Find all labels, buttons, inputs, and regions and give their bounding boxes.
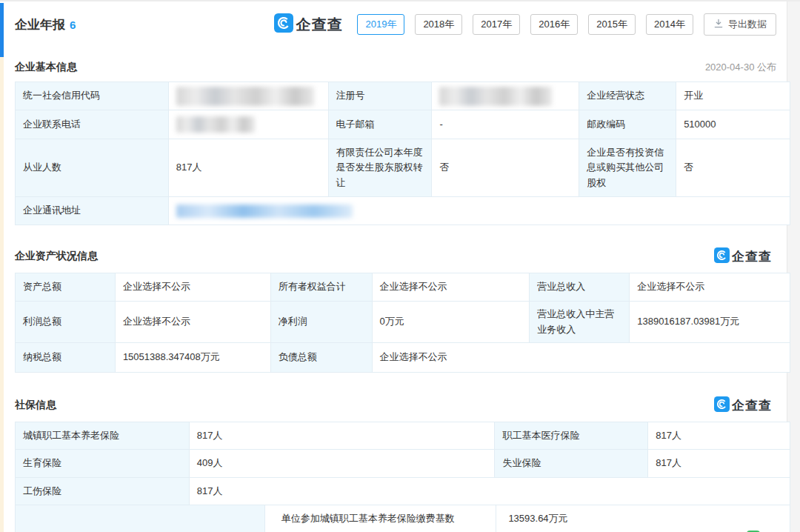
qichacha-watermark: 企查查: [714, 247, 772, 266]
basic-info-section-header: 企业基本信息 2020-04-30 公布: [11, 59, 787, 76]
cell-label: 职工基本医疗保险: [495, 422, 648, 450]
cell-value-redacted: [169, 197, 790, 225]
cell-value: 否: [432, 139, 579, 197]
qichacha-logo-label: 企查查: [732, 397, 772, 414]
cell-value: 510000: [676, 110, 790, 139]
cell-value: 409人: [190, 450, 496, 478]
cell-value: 817人: [169, 139, 329, 197]
cell-label: 企业是否有投资信息或购买其他公司股权: [579, 139, 676, 197]
cell-value: 企业选择不公示: [373, 273, 530, 302]
qichacha-watermark: 企查查: [714, 396, 772, 415]
cell-label: 企业联系电话: [16, 110, 169, 139]
cell-value: 817人: [648, 450, 790, 478]
cell-value: 1389016187.03981万元: [630, 302, 790, 343]
redacted-value: [439, 87, 552, 106]
cell-label: 利润总额: [16, 302, 116, 343]
table-row: 企业通讯地址: [16, 197, 790, 225]
table-row: 企业联系电话 电子邮箱 - 邮政编码 510000: [16, 110, 790, 139]
cell-label: 所有者权益合计: [271, 273, 373, 302]
social-section-header: 社保信息 企查查: [11, 396, 787, 414]
cell-value: 13593.64万元: [496, 505, 790, 532]
cell-label: 营业总收入: [530, 273, 630, 302]
assets-title: 企业资产状况信息: [15, 250, 98, 263]
year-tab-2018[interactable]: 2018年: [415, 14, 462, 35]
table-row: 资产总额 企业选择不公示 所有者权益合计 企业选择不公示 营业总收入 企业选择不…: [16, 273, 790, 302]
cell-label: 工伤保险: [16, 478, 190, 505]
redacted-value: [176, 87, 314, 106]
cell-value-redacted: [432, 82, 579, 110]
cell-label: 从业人数: [16, 139, 169, 197]
assets-table: 资产总额 企业选择不公示 所有者权益合计 企业选择不公示 营业总收入 企业选择不…: [15, 273, 790, 373]
cell-label: 电子邮箱: [329, 110, 433, 139]
qichacha-logo-icon: [274, 13, 293, 36]
cell-value: 817人: [190, 422, 496, 450]
table-row: 城镇职工基本养老保险 817人 职工基本医疗保险 817人: [16, 422, 790, 450]
year-tab-2016[interactable]: 2016年: [530, 14, 578, 35]
qichacha-logo-label: 企查查: [732, 248, 772, 265]
basic-info-title: 企业基本信息: [15, 61, 77, 74]
cell-label: 单位参加城镇职工基本养老保险缴费基数: [265, 505, 497, 532]
cell-label: 有限责任公司本年度是否发生股东股权转让: [329, 139, 433, 197]
cell-label: 负债总额: [271, 343, 373, 373]
table-row: 工伤保险 817人: [16, 478, 790, 505]
cell-value-redacted: [169, 110, 329, 139]
cell-value-redacted: [169, 82, 329, 110]
cell-value: -: [432, 110, 579, 139]
year-tab-2015[interactable]: 2015年: [588, 14, 636, 35]
table-row: 生育保险 409人 失业保险 817人: [16, 450, 790, 478]
cell-label: 失业保险: [495, 450, 648, 478]
table-row: 统一社会信用代码 注册号 企业经营状态 开业: [16, 82, 790, 110]
redacted-value: [176, 116, 255, 133]
social-title: 社保信息: [15, 399, 56, 412]
cell-value: 817人: [648, 422, 790, 450]
cell-value: 企业选择不公示: [373, 343, 790, 373]
cell-label: 净利润: [271, 302, 373, 343]
cell-label: 注册号: [329, 82, 433, 110]
cell-value: 企业选择不公示: [116, 302, 271, 343]
cell-label-empty: [16, 505, 265, 532]
cell-label: 企业通讯地址: [16, 197, 169, 225]
cell-label: 资产总额: [16, 273, 116, 302]
cell-label: 生育保险: [16, 450, 190, 478]
table-row: 单位参加城镇职工基本养老保险缴费基数 13593.64万元: [16, 505, 790, 532]
export-data-button[interactable]: 导出数据: [704, 13, 776, 36]
download-icon: [713, 19, 724, 31]
cell-value: 企业选择不公示: [630, 273, 790, 302]
table-row: 纳税总额 15051388.347408万元 负债总额 企业选择不公示: [16, 343, 790, 373]
table-row: 从业人数 817人 有限责任公司本年度是否发生股东股权转让 否 企业是否有投资信…: [16, 139, 790, 197]
social-table: 城镇职工基本养老保险 817人 职工基本医疗保险 817人 生育保险 409人 …: [15, 422, 790, 532]
qichacha-logo: 企查查: [274, 13, 342, 36]
cell-label: 邮政编码: [579, 110, 676, 139]
cell-label: 企业经营状态: [579, 82, 676, 110]
publish-date: 2020-04-30 公布: [705, 61, 776, 74]
cell-label: 统一社会信用代码: [16, 82, 169, 110]
header-right-group: 企查查 2019年 2018年 2017年 2016年 2015年 2014年 …: [274, 13, 776, 36]
qichacha-logo-icon: [714, 247, 730, 266]
redacted-value: [176, 205, 353, 218]
cell-label: 营业总收入中主营业务收入: [530, 302, 630, 343]
cell-value: 否: [676, 139, 790, 197]
cell-label: 纳税总额: [16, 343, 116, 373]
table-row: 利润总额 企业选择不公示 净利润 0万元 营业总收入中主营业务收入 138901…: [16, 302, 790, 343]
report-count-badge: 6: [70, 19, 76, 31]
assets-section-header: 企业资产状况信息 企查查: [11, 247, 787, 265]
year-tab-2017[interactable]: 2017年: [473, 14, 520, 35]
page-title: 企业年报6: [15, 16, 76, 33]
qichacha-logo-icon: [714, 396, 730, 415]
export-data-label: 导出数据: [728, 18, 767, 31]
year-tab-2014[interactable]: 2014年: [646, 14, 693, 35]
cell-value: 开业: [676, 82, 790, 110]
cell-label: 城镇职工基本养老保险: [16, 422, 190, 450]
report-card: 企业年报6 企查查 2019年 2018年 2017年 2016年: [4, 1, 787, 532]
page-title-text: 企业年报: [15, 18, 65, 32]
annual-report-page: 企业年报6 企查查 2019年 2018年 2017年 2016年: [0, 0, 800, 532]
cell-value: 0万元: [373, 302, 530, 343]
basic-info-table: 统一社会信用代码 注册号 企业经营状态 开业 企业联系电话 电子邮箱 - 邮政编…: [15, 82, 790, 225]
cell-value: 15051388.347408万元: [116, 343, 271, 373]
qichacha-logo-label: 企查查: [296, 15, 342, 35]
cell-value: 企业选择不公示: [116, 273, 271, 302]
report-header: 企业年报6 企查查 2019年 2018年 2017年 2016年: [11, 1, 787, 47]
year-tab-2019[interactable]: 2019年: [357, 14, 404, 35]
cell-value: 817人: [190, 478, 790, 505]
